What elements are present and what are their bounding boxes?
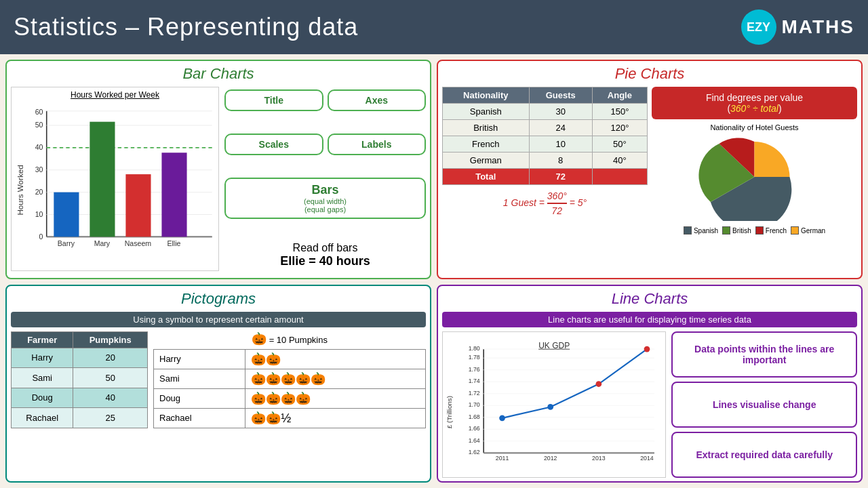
pie-row-french: French 10 50° xyxy=(443,136,648,152)
pie-guests-german: 8 xyxy=(529,152,592,169)
feature-labels: Labels xyxy=(328,134,427,155)
legend-label-french: French xyxy=(766,227,787,235)
bars-sub2: (equal gaps) xyxy=(234,205,416,214)
svg-text:2012: 2012 xyxy=(544,455,557,462)
pie-nationality-french: French xyxy=(443,136,530,152)
picto-table: Farmer Pumpkins Harry 20 Sami 50 Doug xyxy=(11,331,148,428)
pie-chart-title: Pie Charts xyxy=(442,65,857,83)
legend-spanish: Spanish xyxy=(684,226,718,235)
feature-axes: Axes xyxy=(328,89,427,111)
svg-text:Hours Worked: Hours Worked xyxy=(16,165,24,215)
svg-text:£ (Trillions): £ (Trillions) xyxy=(446,396,453,428)
svg-text:0: 0 xyxy=(39,232,43,241)
formula-prefix: 1 Guest = xyxy=(503,197,547,208)
svg-text:10: 10 xyxy=(35,210,43,218)
datapoint-2014 xyxy=(644,346,650,352)
svg-text:30: 30 xyxy=(35,165,43,174)
legend-color-german xyxy=(791,226,799,235)
svg-text:1.72: 1.72 xyxy=(469,390,480,396)
legend-label-spanish: Spanish xyxy=(694,227,718,235)
picto-row-sami: Sami 50 xyxy=(12,368,148,388)
feature-title: Title xyxy=(224,89,323,111)
svg-text:60: 60 xyxy=(35,108,43,116)
pie-table-area: Nationality Guests Angle Spanish 30 150°… xyxy=(442,87,648,271)
pie-guests-british: 24 xyxy=(529,120,592,136)
feature-row-1: Title Axes xyxy=(224,89,426,111)
sym-row-doug: Doug 🎃🎃🎃🎃 xyxy=(154,388,426,408)
pie-chart-container: Nationality of Hotel Guests xyxy=(652,123,857,271)
picto-col-pumpkins: Pumpkins xyxy=(73,331,148,348)
header: Statistics – Representing data EZY MATHS xyxy=(0,0,868,54)
feature-scales: Scales xyxy=(224,134,323,155)
bar-chart-svg-container: Hours Worked 0 10 20 30 40 xyxy=(14,101,216,265)
bars-box: Bars (equal width) (equal gaps) xyxy=(224,178,426,219)
sym-icons-sami: 🎃🎃🎃🎃🎃 xyxy=(245,369,426,388)
line-chart-title: Line Charts xyxy=(442,290,857,308)
datapoint-2011 xyxy=(499,415,505,421)
bar-chart-inner: Hours Worked per Week Hours Worked 0 10 … xyxy=(11,87,426,271)
bars-sub1: (equal width) xyxy=(234,197,416,205)
pie-table: Nationality Guests Angle Spanish 30 150°… xyxy=(442,87,648,185)
bar-chart-chart-title: Hours Worked per Week xyxy=(14,90,216,100)
picto-inner: Farmer Pumpkins Harry 20 Sami 50 Doug xyxy=(11,331,426,428)
legend-british: British xyxy=(722,226,751,235)
line-subtitle: Line charts are useful for displaying ti… xyxy=(442,312,857,327)
pie-col-guests: Guests xyxy=(529,87,592,104)
pie-row-british: British 24 120° xyxy=(443,120,648,136)
legend-color-spanish xyxy=(684,226,692,235)
svg-text:Naseem: Naseem xyxy=(125,239,152,247)
picto-pumpkins-rachael: 25 xyxy=(73,408,148,428)
sym-label-harry: Harry xyxy=(154,349,245,369)
svg-text:Barry: Barry xyxy=(58,239,75,247)
svg-text:1.68: 1.68 xyxy=(469,413,480,420)
pie-col-nationality: Nationality xyxy=(443,87,530,104)
svg-text:2014: 2014 xyxy=(640,455,654,462)
feature-row-2: Scales Labels xyxy=(224,134,426,155)
svg-text:1.70: 1.70 xyxy=(469,401,480,408)
svg-text:1.74: 1.74 xyxy=(469,378,480,384)
bar-features: Title Axes Scales Labels Bars (equal wid… xyxy=(224,87,426,271)
sym-icons-rachael: 🎃🎃½ xyxy=(245,408,426,428)
pie-row-total: Total 72 xyxy=(443,169,648,185)
picto-farmer-rachael: Rachael xyxy=(12,408,73,428)
page-title: Statistics – Representing data xyxy=(14,13,358,41)
pie-nationality-german: German xyxy=(443,152,530,169)
degrees-line2: (360° ÷ total) xyxy=(657,103,852,114)
main-content: Bar Charts Hours Worked per Week Hours W… xyxy=(0,54,868,488)
degrees-box: Find degrees per value (360° ÷ total) xyxy=(652,87,857,119)
picto-sym-table: Harry 🎃🎃 Sami 🎃🎃🎃🎃🎃 Doug 🎃🎃🎃🎃 xyxy=(153,349,426,428)
svg-text:1.64: 1.64 xyxy=(469,437,480,444)
picto-key: 🎃 = 10 Pumpkins xyxy=(153,331,426,346)
svg-text:1.80: 1.80 xyxy=(469,345,480,352)
legend-label-british: British xyxy=(732,227,751,235)
svg-text:Ellie: Ellie xyxy=(167,239,180,247)
pie-chart-panel: Pie Charts Nationality Guests Angle Span… xyxy=(437,60,863,279)
pie-angle-german: 40° xyxy=(592,152,647,169)
pie-inner: Nationality Guests Angle Spanish 30 150°… xyxy=(442,87,857,271)
picto-symbols: 🎃 = 10 Pumpkins Harry 🎃🎃 Sami 🎃🎃🎃🎃🎃 xyxy=(153,331,426,428)
logo-circle: EZY xyxy=(741,9,776,45)
svg-text:1.66: 1.66 xyxy=(469,425,480,432)
degrees-line1: Find degrees per value xyxy=(657,92,852,103)
legend-label-german: German xyxy=(801,227,825,235)
bar-chart-panel: Bar Charts Hours Worked per Week Hours W… xyxy=(5,60,431,279)
picto-pumpkins-harry: 20 xyxy=(73,348,148,368)
datapoint-2012 xyxy=(547,404,553,410)
pie-chart-heading: Nationality of Hotel Guests xyxy=(652,123,857,131)
pie-row-spanish: Spanish 30 150° xyxy=(443,104,648,120)
picto-pumpkins-doug: 40 xyxy=(73,388,148,408)
bar-ellie xyxy=(161,152,186,237)
line-info-box-3: Extract required data carefully xyxy=(671,432,857,478)
pictogram-panel: Pictograms Using a symbol to represent c… xyxy=(5,285,431,483)
svg-text:20: 20 xyxy=(35,188,43,196)
pie-guests-french: 10 xyxy=(529,136,592,152)
pie-angle-british: 120° xyxy=(592,120,647,136)
bars-main: Bars xyxy=(234,183,416,197)
pie-chart-svg xyxy=(652,133,857,221)
sym-row-sami: Sami 🎃🎃🎃🎃🎃 xyxy=(154,369,426,388)
pie-guests-spanish: 30 xyxy=(529,104,592,120)
pie-formula: 1 Guest = 360° 72 = 5° xyxy=(442,190,648,216)
svg-text:2011: 2011 xyxy=(496,455,509,462)
formula-line xyxy=(547,203,567,204)
svg-text:50: 50 xyxy=(35,121,43,129)
